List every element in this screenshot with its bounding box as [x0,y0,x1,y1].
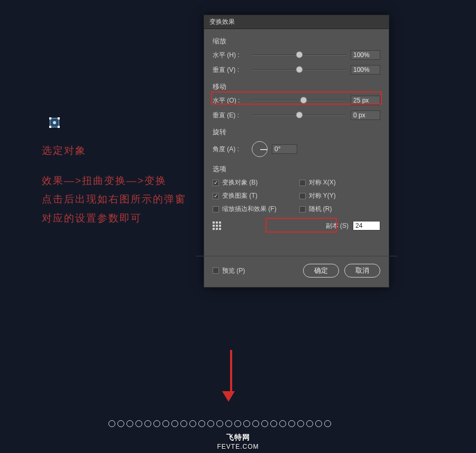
move-h-slider[interactable] [252,96,346,105]
preview-checkbox[interactable]: 预览 (P) [213,266,245,275]
opt-label: 变换图案 (T) [222,191,258,200]
site-url: FEVTE.COM [0,443,476,450]
scale-v-input[interactable] [351,65,380,75]
annot-select: 选定对象 [42,144,86,158]
annot-params: 对应的设置参数即可 [42,211,142,225]
angle-input[interactable] [272,144,297,154]
move-v-label: 垂直 (E) : [213,111,248,120]
scale-section: 缩放 水平 (H) : 垂直 (V) : [213,36,380,75]
opt-label: 对称 X(X) [309,178,336,187]
copies-label: 副本 (S) [326,221,349,230]
move-v-input[interactable] [351,110,380,120]
move-h-input[interactable] [351,96,380,105]
scale-v-label: 垂直 (V) : [213,66,248,75]
opt-label: 对称 Y(Y) [309,191,336,200]
opt-label: 缩放描边和效果 (F) [222,205,277,214]
divider [196,256,397,256]
site-name: 飞特网 [0,433,476,442]
opt-mirror-y[interactable]: 对称 Y(Y) [299,191,381,200]
dialog-title: 变换效果 [204,15,389,29]
result-dots [108,420,331,427]
rotate-title: 旋转 [213,127,380,137]
opt-transform-object[interactable]: ✓变换对象 (B) [213,178,294,187]
angle-label: 角度 (A) : [213,145,248,154]
cancel-button[interactable]: 取消 [344,264,380,278]
opt-transform-pattern[interactable]: ✓变换图案 (T) [213,191,294,200]
move-h-label: 水平 (O) : [213,96,248,105]
scale-h-label: 水平 (H) : [213,51,248,60]
opt-random[interactable]: 随机 (R) [299,205,381,214]
reference-point-icon[interactable] [213,221,221,230]
scale-title: 缩放 [213,36,380,46]
opt-label: 随机 (R) [309,205,332,214]
opt-mirror-x[interactable]: 对称 X(X) [299,178,381,187]
annot-path: 效果—>扭曲变换—>变换 [42,174,167,188]
result-arrow-icon [227,350,235,402]
rotate-section: 旋转 角度 (A) : [213,127,380,157]
preview-label: 预览 (P) [222,266,245,275]
transform-effect-dialog: 变换效果 缩放 水平 (H) : 垂直 (V) : 移动 [204,15,389,288]
options-title: 选项 [213,164,380,174]
annot-popup: 点击后出现如右图所示的弹窗 [42,192,186,206]
move-title: 移动 [213,82,380,91]
scale-v-slider[interactable] [252,66,346,74]
anchor-square-icon [50,118,59,127]
options-section: 选项 ✓变换对象 (B) 对称 X(X) ✓变换图案 (T) 对称 Y(Y) 缩… [213,164,380,230]
opt-scale-strokes[interactable]: 缩放描边和效果 (F) [213,205,294,214]
move-section: 移动 水平 (O) : 垂直 (E) : [213,82,380,120]
angle-dial[interactable] [252,141,268,157]
copies-input[interactable] [353,221,380,230]
scale-h-input[interactable] [351,50,380,60]
scale-h-slider[interactable] [252,51,346,59]
move-v-slider[interactable] [252,111,346,119]
ok-button[interactable]: 确定 [303,264,339,278]
opt-label: 变换对象 (B) [222,178,258,187]
